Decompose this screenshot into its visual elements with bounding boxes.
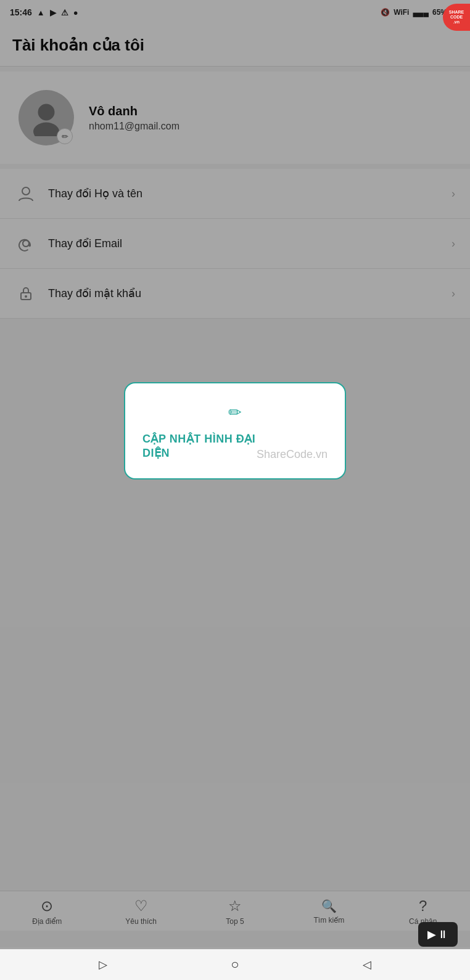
android-back-button[interactable]: ◁ <box>363 958 371 971</box>
dialog-watermark: ShareCode.vn <box>257 448 328 461</box>
android-home-button[interactable]: ○ <box>231 957 239 973</box>
dialog-title-line1: CẬP NHẬT HÌNH ĐẠI <box>142 432 255 446</box>
dialog-pencil-icon: ✏ <box>228 403 242 422</box>
sharecode-badge: SHARECODE.vn <box>443 4 470 31</box>
update-avatar-dialog: ✏ CẬP NHẬT HÌNH ĐẠI DIỆN ShareCode.vn <box>124 382 346 480</box>
record-play-icon: ▶ <box>427 928 436 941</box>
record-pause-icon: ⏸ <box>437 928 448 941</box>
dialog-title-line2: DIỆN <box>142 446 255 460</box>
android-recent-button[interactable]: ◁ <box>99 958 107 971</box>
modal-overlay[interactable] <box>0 0 470 980</box>
android-nav-bar: ◁ ○ ◁ <box>0 949 470 980</box>
dialog-content-row: CẬP NHẬT HÌNH ĐẠI DIỆN ShareCode.vn <box>142 432 328 461</box>
dialog-title-block: CẬP NHẬT HÌNH ĐẠI DIỆN <box>142 432 255 461</box>
sharecode-badge-text: SHARECODE.vn <box>449 10 464 24</box>
record-button[interactable]: ▶ ⏸ <box>418 922 458 947</box>
